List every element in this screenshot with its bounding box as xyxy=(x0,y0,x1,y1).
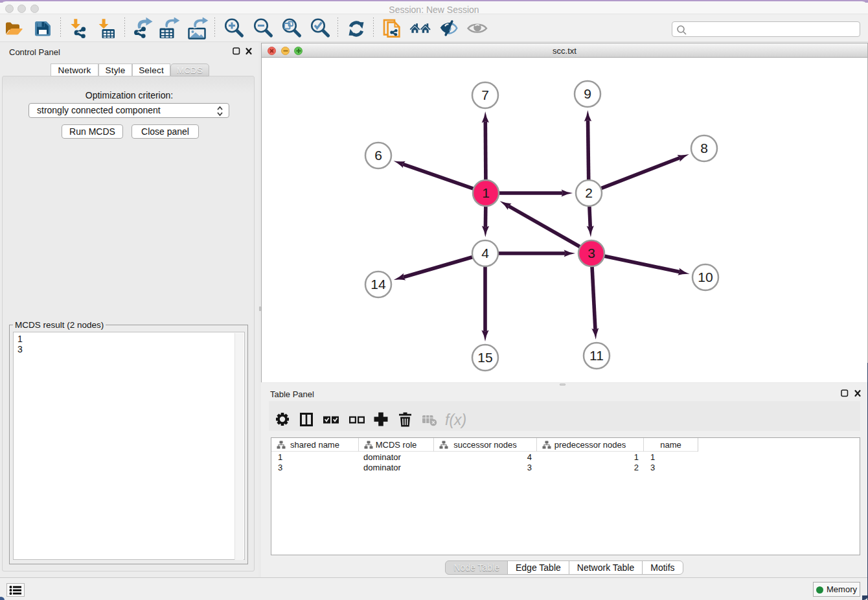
svg-text:14: 14 xyxy=(371,277,386,292)
svg-text:2: 2 xyxy=(585,185,593,200)
svg-text:1: 1 xyxy=(482,185,490,200)
svg-text:8: 8 xyxy=(700,141,708,156)
svg-text:f(x): f(x) xyxy=(445,411,466,428)
svg-text:10: 10 xyxy=(698,270,713,284)
svg-text:15: 15 xyxy=(477,350,492,365)
svg-text:3: 3 xyxy=(588,246,595,260)
svg-text:4: 4 xyxy=(481,246,489,260)
svg-text:9: 9 xyxy=(584,86,591,101)
svg-text:11: 11 xyxy=(589,348,604,363)
svg-text:7: 7 xyxy=(481,87,489,102)
svg-text:6: 6 xyxy=(374,148,382,163)
